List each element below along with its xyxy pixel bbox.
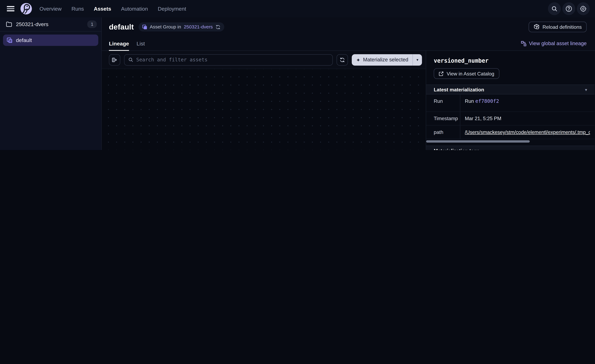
lineage-canvas[interactable]: versioned_number No description Material… [102,69,426,150]
nav-item-deployment[interactable]: Deployment [158,6,186,12]
asset-group-badge: Asset Group in 250321-dvers [138,22,224,31]
materialize-dropdown-button[interactable]: ▾ [413,54,422,65]
search-input[interactable] [136,57,329,63]
view-in-asset-catalog-button[interactable]: View in Asset Catalog [434,68,499,79]
materialize-selected-label: Materialize selected [363,57,408,63]
gear-icon [580,5,587,12]
reload-definitions-button[interactable]: Reload definitions [528,21,587,32]
external-link-icon [439,71,444,76]
app-window: Overview Runs Assets Automation Deployme… [0,0,595,150]
sidebar-repo-row[interactable]: 250321-dvers 1 [0,17,101,32]
path-link[interactable]: /Users/smackesey/stm/code/elementl/exper… [465,129,590,135]
tab-list[interactable]: List [137,36,145,50]
refresh-icon[interactable] [215,25,220,29]
table-row: Timestamp Mar 21, 5:25 PM [426,112,595,126]
sidebar-repo-count-badge: 1 [87,21,97,28]
nav-item-runs[interactable]: Runs [71,6,84,12]
top-nav: Overview Runs Assets Automation Deployme… [0,0,595,17]
table-row: Run Run ef7800f2 [426,94,595,112]
view-in-asset-catalog-label: View in Asset Catalog [447,71,494,76]
horizontal-scrollbar[interactable] [426,140,530,143]
view-global-asset-lineage-label: View global asset lineage [529,41,587,46]
sidebar-spacer [0,49,101,150]
sparkle-icon: ✦ [356,57,360,63]
run-prefix: Run [465,98,474,104]
asset-details-panel: versioned_number View in Asset Catalog L… [426,51,595,150]
chevron-down-icon: ▾ [585,148,587,150]
panel-collapse-icon [112,57,117,62]
nav-items: Overview Runs Assets Automation Deployme… [39,6,186,12]
materialize-selected-button[interactable]: ✦ Materialize selected [352,54,412,65]
row-key: Run [426,94,460,111]
main-area: default Asset Group in 250321-dvers Relo… [102,17,595,150]
section-heading: Materialization tags [434,148,480,150]
row-value: /Users/smackesey/stm/code/elementl/exper… [460,126,595,139]
graph-toolbar: ✦ Materialize selected ▾ [102,51,426,69]
sidebar-item-label: default [16,37,32,43]
row-value: Run ef7800f2 [460,94,595,111]
asset-group-icon [7,37,13,43]
tab-lineage[interactable]: Lineage [109,36,129,50]
section-materialization-tags[interactable]: Materialization tags ▾ [426,146,595,150]
dagster-logo[interactable] [21,3,32,14]
top-nav-actions [548,2,590,15]
row-value: Mar 21, 5:25 PM [460,112,595,125]
search-button[interactable] [548,2,561,15]
help-icon [566,5,572,12]
lineage-graph-icon [521,41,526,46]
asset-search-box [124,54,333,65]
page-header: default Asset Group in 250321-dvers Relo… [102,17,595,36]
refresh-icon [340,57,345,62]
search-icon [128,57,133,62]
nav-item-automation[interactable]: Automation [121,6,148,12]
page-title: default [109,22,134,31]
table-row: path /Users/smackesey/stm/code/elementl/… [426,126,595,139]
section-heading: Latest materialization [434,87,484,92]
chevron-down-icon: ▾ [585,87,587,91]
collapse-panel-button[interactable] [109,54,120,65]
badge-repo-link[interactable]: 250321-dvers [184,24,213,29]
refresh-graph-button[interactable] [337,54,348,65]
row-key: Timestamp [426,112,460,125]
settings-button[interactable] [577,2,590,15]
chevron-down-icon: ▾ [417,58,418,62]
folder-icon [6,21,12,27]
hamburger-menu-icon[interactable] [7,6,14,11]
view-global-asset-lineage-link[interactable]: View global asset lineage [521,36,587,50]
asset-group-icon [142,25,147,29]
asset-details-title: versioned_number [434,57,587,64]
content-row: ✦ Materialize selected ▾ [102,51,595,150]
dagster-octopus-icon [21,3,32,14]
badge-prefix-text: Asset Group in [150,24,181,29]
tabs-row: Lineage List View global asset lineage [102,36,595,51]
run-id-link[interactable]: ef7800f2 [475,98,499,104]
nav-item-overview[interactable]: Overview [39,6,62,12]
section-latest-materialization[interactable]: Latest materialization ▾ [426,84,595,94]
lineage-graph-column: ✦ Materialize selected ▾ [102,51,426,150]
sidebar: 250321-dvers 1 default 250321-dvers [0,17,102,150]
sidebar-repo-name: 250321-dvers [16,21,84,27]
reload-definitions-label: Reload definitions [542,24,582,30]
sidebar-item-default-group[interactable]: default [3,35,98,46]
materialize-selected-split-button: ✦ Materialize selected ▾ [352,54,422,65]
reload-definitions-icon [533,24,539,30]
search-icon [551,6,558,12]
nav-item-assets[interactable]: Assets [94,6,111,12]
help-button[interactable] [562,2,575,15]
row-key: path [426,126,460,139]
